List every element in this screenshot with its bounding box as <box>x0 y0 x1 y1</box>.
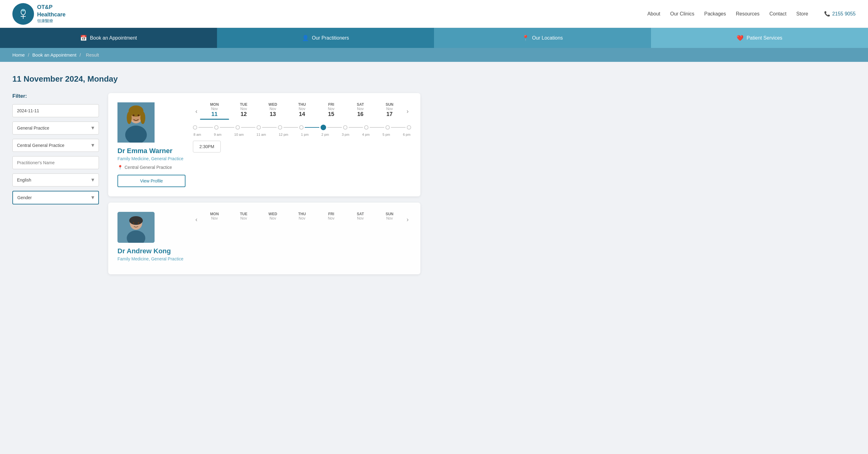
time-line-0-0 <box>198 127 213 128</box>
cal-day-1-4[interactable]: FRI Nov <box>316 212 346 227</box>
cal-day-0-6[interactable]: SUN Nov 17 <box>375 102 404 120</box>
view-profile-button-0[interactable]: View Profile <box>118 175 185 187</box>
cal-day-1-5[interactable]: SAT Nov <box>346 212 375 227</box>
time-dot-0-9[interactable] <box>385 125 390 129</box>
language-select[interactable]: English <box>12 174 99 186</box>
svg-point-19 <box>138 222 140 224</box>
breadcrumb-sep1: / <box>28 52 30 58</box>
time-line-0-4 <box>283 127 298 128</box>
sub-navigation: 📅 Book an Appointment 👤 Our Practitioner… <box>0 28 868 48</box>
breadcrumb-home[interactable]: Home <box>12 52 25 58</box>
time-dot-0-active[interactable] <box>320 125 326 130</box>
doctor-location-0: 📍 Central General Practice <box>118 165 185 170</box>
time-line-0-1 <box>220 127 234 128</box>
doctor-name-0: Dr Emma Warner <box>118 147 185 155</box>
time-line-0-8 <box>370 127 384 128</box>
calendar-next-0[interactable]: › <box>404 108 411 115</box>
doctor-photo-0 <box>118 102 155 143</box>
doctor-location-text-0: Central General Practice <box>125 165 172 170</box>
nav-resources[interactable]: Resources <box>736 11 759 17</box>
cal-day-0-4[interactable]: FRI Nov 15 <box>316 102 346 120</box>
subnav-locations[interactable]: 📍 Our Locations <box>434 28 651 48</box>
time-dot-0-10[interactable] <box>407 125 411 129</box>
time-dot-0-8[interactable] <box>364 125 369 129</box>
doctor-card-inner-0: Dr Emma Warner Family Medicine, General … <box>118 102 411 187</box>
gender-select-wrapper: Gender ▼ <box>12 191 99 205</box>
subnav-locations-label: Our Locations <box>532 35 563 41</box>
svg-point-13 <box>137 115 140 116</box>
top-navigation: OT&P Healthcare 領康醫療 About Our Clinics P… <box>0 0 868 28</box>
doctor-calendar-1: ‹ MON Nov TUE Nov <box>193 212 411 265</box>
time-dot-0-2[interactable] <box>236 125 240 129</box>
results-area: Dr Emma Warner Family Medicine, General … <box>108 93 421 280</box>
cal-day-0-5[interactable]: SAT Nov 16 <box>346 102 375 120</box>
cal-day-0-1[interactable]: TUE Nov 12 <box>229 102 258 120</box>
calendar-prev-1[interactable]: ‹ <box>193 216 200 223</box>
cal-day-1-6[interactable]: SUN Nov <box>375 212 404 227</box>
svg-point-4 <box>22 9 24 11</box>
breadcrumb-book[interactable]: Book an Appointment <box>32 52 77 58</box>
time-line-0-3 <box>262 127 277 128</box>
time-dot-0-4[interactable] <box>278 125 282 129</box>
time-dot-0-1[interactable] <box>214 125 219 129</box>
page-date: 11 November 2024, Monday <box>12 74 421 84</box>
svg-point-12 <box>133 115 134 116</box>
subnav-practitioners[interactable]: 👤 Our Practitioners <box>217 28 434 48</box>
nav-contact[interactable]: Contact <box>769 11 786 17</box>
time-slot-0[interactable]: 2:30PM <box>193 141 221 152</box>
gender-select[interactable]: Gender <box>12 191 99 205</box>
time-line-0-7 <box>349 127 363 128</box>
clinic-select[interactable]: Central General Practice <box>12 139 99 152</box>
time-dot-0-7[interactable] <box>343 125 347 129</box>
logo[interactable]: OT&P Healthcare 領康醫療 <box>12 3 65 25</box>
date-input[interactable] <box>12 104 99 117</box>
subnav-services-label: Patient Services <box>746 35 782 41</box>
svg-point-10 <box>140 112 145 124</box>
doctor-name-1: Dr Andrew Kong <box>118 247 185 255</box>
cal-day-0-3[interactable]: THU Nov 14 <box>287 102 316 120</box>
main-content: 11 November 2024, Monday Filter: General… <box>0 62 433 293</box>
calendar-days-1: MON Nov TUE Nov WED <box>200 212 404 227</box>
nav-store[interactable]: Store <box>796 11 808 17</box>
subnav-book-appointment[interactable]: 📅 Book an Appointment <box>0 28 217 48</box>
nav-clinics[interactable]: Our Clinics <box>670 11 694 17</box>
logo-subtitle: Healthcare <box>37 11 65 18</box>
calendar-prev-0[interactable]: ‹ <box>193 108 200 115</box>
doctor-card-inner-1: Dr Andrew Kong Family Medicine, General … <box>118 212 411 265</box>
calendar-next-1[interactable]: › <box>404 216 411 223</box>
doctor-left-0: Dr Emma Warner Family Medicine, General … <box>118 102 185 187</box>
language-select-wrapper: English ▼ <box>12 174 99 186</box>
doctor-photo-1 <box>118 212 155 243</box>
nav-packages[interactable]: Packages <box>704 11 726 17</box>
subnav-patient-services[interactable]: ❤️ Patient Services <box>651 28 868 48</box>
breadcrumb: Home / Book an Appointment / Result <box>0 48 868 62</box>
specialty-select[interactable]: General Practice <box>12 122 99 134</box>
calendar-header-0: ‹ MON Nov 11 TUE Nov <box>193 102 411 120</box>
time-line-0-2 <box>241 127 256 128</box>
cal-day-1-0[interactable]: MON Nov <box>200 212 229 227</box>
location-icon: 📍 <box>522 35 529 41</box>
logo-name: OT&P <box>37 4 65 11</box>
phone-link[interactable]: 📞 2155 9055 <box>824 11 856 17</box>
time-dot-0-5[interactable] <box>299 125 304 129</box>
nav-about[interactable]: About <box>647 11 660 17</box>
cal-day-1-3[interactable]: THU Nov <box>287 212 316 227</box>
time-dot-0-0[interactable] <box>193 125 197 129</box>
time-labels-0: 8 am 9 am 10 am 11 am 12 pm 1 pm 2 pm 3 … <box>193 133 411 137</box>
cal-day-1-2[interactable]: WED Nov <box>258 212 287 227</box>
breadcrumb-sep2: / <box>80 52 82 58</box>
calendar-icon: 📅 <box>80 35 87 41</box>
time-line-0-5-active <box>305 127 319 128</box>
doctor-left-1: Dr Andrew Kong Family Medicine, General … <box>118 212 185 265</box>
calendar-days-0: MON Nov 11 TUE Nov 12 <box>200 102 404 120</box>
location-pin-icon-0: 📍 <box>118 165 123 170</box>
cal-day-0-0[interactable]: MON Nov 11 <box>200 102 229 120</box>
practitioner-name-input[interactable] <box>12 156 99 169</box>
cal-day-1-1[interactable]: TUE Nov <box>229 212 258 227</box>
logo-chinese: 領康醫療 <box>37 18 65 24</box>
cal-day-0-2[interactable]: WED Nov 13 <box>258 102 287 120</box>
subnav-book-label: Book an Appointment <box>90 35 137 41</box>
time-line-0-9 <box>391 127 406 128</box>
time-slider-0 <box>193 125 411 130</box>
time-dot-0-3[interactable] <box>256 125 261 129</box>
